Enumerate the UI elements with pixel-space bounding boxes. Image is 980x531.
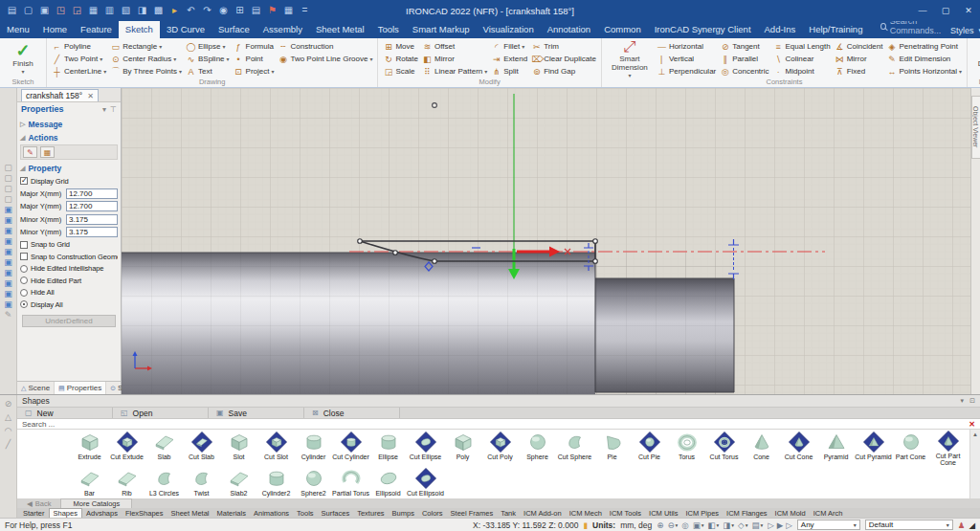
pan-view-icon[interactable]: ▢ <box>4 173 12 183</box>
customize-icon[interactable]: = <box>297 0 313 21</box>
ribbon-button[interactable]: ⊞Move <box>381 40 420 53</box>
catalog-shape-item[interactable]: Poly <box>444 430 481 466</box>
catalog-scrollbar[interactable]: ▲ <box>969 430 980 498</box>
catalog-shape-item[interactable]: Slab2 <box>220 466 257 498</box>
catalog-tab[interactable]: Steel Frames <box>447 508 498 518</box>
catalog-tab[interactable]: Textures <box>353 508 388 518</box>
ribbon-button[interactable]: ⋈Mirror <box>833 53 885 65</box>
flag-icon[interactable]: ⚑ <box>264 0 280 21</box>
grid-field-input[interactable] <box>66 188 118 199</box>
ribbon-button[interactable]: ⌦Clear Duplicate <box>529 53 598 65</box>
save-icon[interactable]: ▣ <box>36 0 53 21</box>
ribbon-button[interactable]: ∿BSpline▾ <box>184 53 232 65</box>
box-tool-icon[interactable]: ▣ <box>4 205 12 214</box>
catalog-tab[interactable]: Colors <box>418 508 447 518</box>
catalog-tab[interactable]: ICM Tools <box>606 508 645 518</box>
catalog-tab[interactable]: ICM Mold <box>771 508 810 518</box>
catalog-shape-item[interactable]: Cut Pyramid <box>855 430 892 466</box>
loft-tool-icon[interactable]: ▣ <box>4 268 12 277</box>
section-actions[interactable]: ◢Actions <box>20 133 118 143</box>
select-face-cursor-icon[interactable]: ▷ <box>786 520 792 530</box>
catalog-icon[interactable]: ▩ <box>150 0 167 21</box>
copy-icon[interactable]: ▥ <box>101 0 118 21</box>
ribbon-button[interactable]: ↻Rotate <box>381 53 420 65</box>
catalog-tab[interactable]: FlexShapes <box>122 508 167 518</box>
styles-button[interactable]: Styles <box>950 26 974 35</box>
catalog-shape-item[interactable]: Cut Sphere <box>556 430 593 466</box>
orbit-view-icon[interactable]: ▣▾ <box>693 520 704 530</box>
catalog-tab[interactable]: ICM Utils <box>645 508 681 518</box>
catalog-tab[interactable]: Tools <box>293 508 318 518</box>
ribbon-tab[interactable]: Smart Markup <box>406 21 477 38</box>
catalog-shape-item[interactable]: Cut Ellipsoid <box>407 466 444 498</box>
catalog-shape-item[interactable]: Cut Part Cone <box>929 430 967 466</box>
document-tab[interactable]: crankshaft 158° ✕ <box>21 89 99 101</box>
ribbon-button[interactable]: ∙Midpoint <box>771 65 833 77</box>
arc-tool-icon[interactable]: ◠ <box>5 426 12 435</box>
ribbon-button[interactable]: ⊘Tangent <box>718 40 770 53</box>
catalog-shape-item[interactable]: Cut Poly <box>481 430 519 466</box>
dropdown-icon[interactable]: ▾ <box>102 105 106 114</box>
catalog-toolbar-button[interactable]: ▢New <box>17 408 113 418</box>
display-grid-checkbox[interactable]: Display Grid <box>20 175 118 188</box>
catalog-shape-item[interactable]: Cone <box>743 430 780 466</box>
ribbon-button[interactable]: ✎Edit Dimension <box>884 53 964 65</box>
spin-tool-icon[interactable]: ▣ <box>4 247 12 256</box>
ribbon-button[interactable]: ╱Two Point▾ <box>50 53 108 65</box>
pin-icon[interactable]: ⊤ <box>110 105 117 114</box>
catalog-tab[interactable]: ICM Pipes <box>681 508 723 518</box>
catalog-tab[interactable]: Bumps <box>389 508 418 518</box>
ribbon-tab[interactable]: Common <box>597 21 648 38</box>
close-catalog-icon[interactable]: ✕ <box>969 420 975 429</box>
ribbon-tab[interactable]: Menu <box>0 21 36 38</box>
zoom-view-icon[interactable]: ▢ <box>4 184 12 193</box>
ribbon-button[interactable]: ⋔Split <box>489 65 529 77</box>
ribbon-button[interactable]: ⌒By Three Points▾ <box>108 65 184 77</box>
table-icon[interactable]: ▦ <box>280 0 297 21</box>
truck-icon[interactable]: ▸ <box>167 0 183 21</box>
wireframe-view-icon[interactable]: ▤▾ <box>751 520 763 530</box>
checkbox[interactable]: Snap to Construction Geometry <box>20 251 118 263</box>
catalog-shape-item[interactable]: Torus <box>668 430 705 466</box>
zoom-in-icon[interactable]: ⊕ <box>657 520 663 530</box>
triangle-tool-icon[interactable]: △ <box>5 412 11 422</box>
catalog-shape-item[interactable]: Cut Slab <box>183 430 220 466</box>
draft-tool-icon[interactable]: ▣ <box>4 289 12 299</box>
ribbon-button[interactable]: ┼CenterLine▾ <box>50 65 108 77</box>
panel-tab[interactable]: △Scene <box>17 382 55 394</box>
undo-icon[interactable]: ↶ <box>183 0 199 21</box>
smart-dimension-button[interactable]: ⤢ Smart Dimension ▾ <box>605 40 655 78</box>
radio-option[interactable]: Display All <box>20 299 118 311</box>
ribbon-button[interactable]: ❘Vertical <box>655 53 718 65</box>
selection-filter-select[interactable]: Any▾ <box>797 520 860 530</box>
catalog-toolbar-button[interactable]: ▣Save <box>209 408 304 418</box>
ribbon-tab[interactable]: Add-Ins <box>758 21 803 38</box>
grid-field-input[interactable] <box>66 227 118 237</box>
ribbon-tab[interactable]: Help/Training <box>802 21 869 38</box>
ribbon-button[interactable]: ◧Mirror <box>420 53 489 65</box>
close-button[interactable]: ✕ <box>957 0 980 21</box>
catalog-tab[interactable]: Animations <box>250 508 293 518</box>
shell-tool-icon[interactable]: ▣ <box>4 278 12 288</box>
ribbon-button[interactable]: ≡Equal Length <box>771 40 833 53</box>
sphere-tool-icon[interactable]: ▣ <box>4 226 12 235</box>
catalog-shape-item[interactable]: Cut Cylinder <box>332 430 369 466</box>
catalog-tab[interactable]: Starter <box>19 508 49 518</box>
back-button[interactable]: ◀ Back <box>17 498 60 508</box>
sweep-tool-icon[interactable]: ▣ <box>4 257 12 267</box>
catalog-shape-item[interactable]: Part Cone <box>892 430 929 466</box>
more-catalogs-button[interactable]: More Catalogs <box>60 498 132 508</box>
catalog-shape-item[interactable]: Cut Extude <box>108 430 145 466</box>
ribbon-button[interactable]: ▭Rectangle▾ <box>108 40 184 53</box>
ribbon-button[interactable]: ◯Ellipse▾ <box>184 40 232 53</box>
ribbon-button[interactable]: •Point <box>232 53 277 65</box>
no-snap-icon[interactable]: ⊘ <box>5 399 12 409</box>
catalog-tab[interactable]: ICM Flanges <box>723 508 771 518</box>
catalog-shape-item[interactable]: Cut Torus <box>705 430 743 466</box>
paste-icon[interactable]: ▧ <box>118 0 134 21</box>
ribbon-tab[interactable]: Surface <box>212 21 256 38</box>
section-property[interactable]: ◢Property <box>20 164 118 173</box>
catalog-toolbar-button[interactable]: ⊠Close <box>304 408 400 418</box>
grip-icon[interactable]: ◢ <box>969 520 975 530</box>
catalog-tab[interactable]: Shapes <box>49 508 82 518</box>
